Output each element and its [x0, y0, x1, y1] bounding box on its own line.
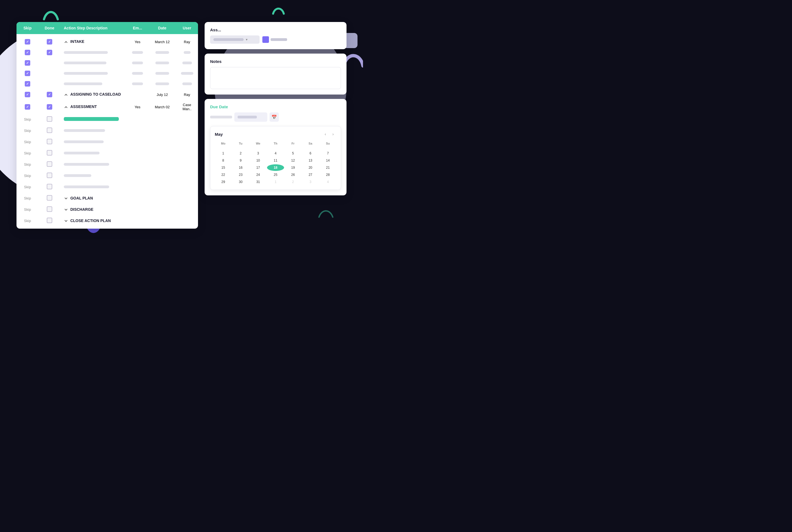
cal-day-4[interactable]: 4 — [267, 150, 284, 157]
notes-textarea[interactable] — [210, 67, 341, 89]
assigning-user: Ray — [176, 92, 198, 98]
assessment-checkbox2[interactable] — [47, 104, 52, 110]
cal-day-23[interactable]: 23 — [232, 171, 249, 178]
white-checkbox[interactable] — [47, 161, 52, 167]
cal-day-17[interactable]: 17 — [250, 164, 266, 171]
discharge-chevron[interactable] — [64, 207, 68, 212]
white-checkbox[interactable] — [47, 139, 52, 144]
cal-day-name-fr: Fr — [284, 141, 301, 146]
skip-label[interactable]: Skip — [17, 195, 38, 202]
white-checkbox[interactable] — [47, 184, 52, 189]
cal-day-5[interactable]: 5 — [284, 150, 301, 157]
assessment-checkbox1[interactable] — [25, 104, 30, 110]
close-chevron[interactable] — [64, 219, 68, 223]
assigning-checkbox2[interactable] — [47, 92, 52, 97]
cal-day-3[interactable]: 3 — [250, 150, 266, 157]
section-row-discharge: Skip DISCHARGE — [17, 204, 198, 215]
em-bar — [132, 72, 143, 75]
cal-day-9[interactable]: 9 — [232, 157, 249, 164]
skip-label[interactable]: Skip — [17, 116, 38, 122]
cal-day-24[interactable]: 24 — [250, 171, 266, 178]
cal-day-next-4[interactable]: 4 — [319, 178, 336, 185]
assessment-chevron[interactable] — [64, 105, 68, 109]
white-checkbox[interactable] — [47, 195, 52, 201]
goal-plan-chevron[interactable] — [64, 196, 68, 201]
cal-day-31[interactable]: 31 — [250, 178, 266, 185]
desc-bar — [64, 163, 109, 166]
cal-day-22[interactable]: 22 — [215, 171, 232, 178]
date-cell — [148, 175, 176, 177]
cal-day-7[interactable]: 7 — [319, 150, 336, 157]
skip-label[interactable]: Skip — [17, 150, 38, 156]
assigning-checkbox1[interactable] — [25, 92, 30, 97]
sub-checkbox[interactable] — [25, 60, 30, 66]
skip-cell — [17, 80, 38, 88]
skip-label[interactable]: Skip — [17, 139, 38, 145]
white-checkbox[interactable] — [47, 116, 52, 122]
cal-day-27[interactable]: 27 — [302, 171, 319, 178]
sub-checkbox[interactable] — [25, 81, 30, 87]
cal-day-2[interactable]: 2 — [232, 150, 249, 157]
user-cell — [176, 175, 198, 177]
cal-next-btn[interactable]: › — [330, 131, 336, 137]
cal-day-26[interactable]: 26 — [284, 171, 301, 178]
white-checkbox[interactable] — [47, 150, 52, 155]
calendar: May ‹ › Mo Tu We Th Fr Sa Su — [210, 126, 341, 190]
assigning-label-cell: ASSIGNING TO CASELOAD — [60, 91, 127, 98]
done-cell — [38, 49, 60, 56]
white-checkbox[interactable] — [47, 206, 52, 212]
intake-chevron-up[interactable] — [64, 40, 68, 44]
cal-day-28[interactable]: 28 — [319, 171, 336, 178]
cal-day-6[interactable]: 6 — [302, 150, 319, 157]
cal-day-next-2[interactable]: 2 — [284, 178, 301, 185]
notes-title: Notes — [210, 59, 341, 64]
assigning-chevron[interactable] — [64, 93, 68, 97]
cal-day-20[interactable]: 20 — [302, 164, 319, 171]
date-input[interactable] — [234, 112, 267, 122]
skip-label[interactable]: Skip — [17, 173, 38, 179]
cal-day-next-3[interactable]: 3 — [302, 178, 319, 185]
cal-day-15[interactable]: 15 — [215, 164, 232, 171]
action-square-btn[interactable] — [262, 36, 269, 43]
done-cell — [38, 127, 60, 135]
date-cell — [148, 70, 176, 77]
sub-checkbox[interactable] — [25, 71, 30, 76]
skip-label[interactable]: Skip — [17, 184, 38, 190]
swoosh-top-right — [271, 5, 286, 17]
cal-day-25[interactable]: 25 — [267, 171, 284, 178]
cal-day-8[interactable]: 8 — [215, 157, 232, 164]
cal-day-21[interactable]: 21 — [319, 164, 336, 171]
cal-day-19[interactable]: 19 — [284, 164, 301, 171]
intake-done-checkbox[interactable] — [25, 39, 30, 44]
white-checkbox[interactable] — [47, 173, 52, 178]
assign-title: Ass... — [210, 27, 341, 32]
table-header: Skip Done Action Step Description Em... … — [17, 22, 198, 34]
cal-day-1[interactable]: 1 — [215, 150, 232, 157]
skip-label[interactable]: Skip — [17, 206, 38, 213]
cal-day-29[interactable]: 29 — [215, 178, 232, 185]
cal-day-16[interactable]: 16 — [232, 164, 249, 171]
cal-day-10[interactable]: 10 — [250, 157, 266, 164]
sub-checkbox2[interactable] — [47, 50, 52, 55]
cal-day-12[interactable]: 12 — [284, 157, 301, 164]
calendar-icon-btn[interactable]: 📅 — [270, 112, 279, 122]
done-cell — [38, 83, 60, 85]
skip-label[interactable]: Skip — [17, 217, 38, 224]
desc-cell — [60, 70, 127, 77]
skip-label[interactable]: Skip — [17, 161, 38, 168]
user-cell — [176, 186, 198, 188]
cal-day-11[interactable]: 11 — [267, 157, 284, 164]
cal-day-30[interactable]: 30 — [232, 178, 249, 185]
assign-dropdown[interactable]: ▾ — [210, 35, 260, 44]
white-checkbox[interactable] — [47, 128, 52, 133]
cal-day-13[interactable]: 13 — [302, 157, 319, 164]
white-checkbox[interactable] — [47, 217, 52, 223]
skip-label[interactable]: Skip — [17, 128, 38, 134]
cal-day-next-1[interactable]: 1 — [267, 178, 284, 185]
em-cell — [127, 118, 148, 121]
cal-day-14[interactable]: 14 — [319, 157, 336, 164]
cal-day-18[interactable]: 18 — [267, 164, 284, 171]
intake-check2[interactable] — [47, 39, 52, 44]
cal-prev-btn[interactable]: ‹ — [322, 131, 329, 137]
sub-checkbox[interactable] — [25, 50, 30, 55]
